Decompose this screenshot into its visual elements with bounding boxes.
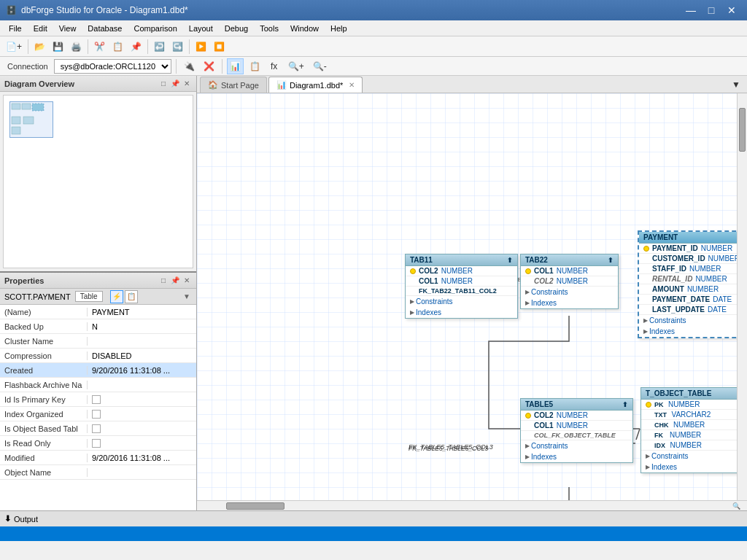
menu-layout[interactable]: Layout [183,23,219,34]
run-button[interactable]: ▶️ [193,39,209,55]
property-value[interactable] [88,395,196,404]
menu-comparison[interactable]: Comparison [128,23,182,34]
property-row[interactable]: Is Read Only [0,436,196,451]
menu-file[interactable]: File [3,23,28,34]
diagram-button[interactable]: 📊 [227,58,244,74]
tab22-header[interactable]: TAB22 ⬆ [521,254,618,266]
prop-icon-2[interactable]: 📋 [125,290,138,303]
table5-constraints[interactable]: ▶ Constraints [521,440,632,451]
maximize-button[interactable]: □ [702,3,721,18]
tab11-constraints[interactable]: ▶ Constraints [406,296,517,307]
table-t-object[interactable]: T_OBJECT_TABLE ⬆ PK NUMBER TXT VARCHAR2 [640,387,737,473]
property-row[interactable]: (Name)PAYMENT [0,305,196,319]
copy-button[interactable]: 📋 [109,39,126,55]
payment-col-date[interactable]: PAYMENT_DATE DATE [639,295,737,305]
open-button[interactable]: 📂 [31,39,48,55]
table5-collapse[interactable]: ⬆ [622,401,628,408]
table5-indexes[interactable]: ▶ Indexes [521,451,632,462]
payment-col-id[interactable]: PAYMENT_ID NUMBER [639,244,737,254]
prop-icon-1[interactable]: ⚡ [110,290,123,303]
property-row[interactable]: Id Is Primary Key [0,392,196,407]
payment-header[interactable]: PAYMENT ⬆ [639,232,737,244]
t-object-constraints[interactable]: ▶ Constraints [641,451,737,462]
menu-view[interactable]: View [53,23,82,34]
paste-button[interactable]: 📌 [128,39,144,55]
property-value[interactable] [88,410,196,419]
property-row[interactable]: Flashback Archive Na [0,378,196,392]
property-checkbox[interactable] [92,410,101,419]
t-object-col-idx[interactable]: IDX NUMBER [641,440,737,451]
payment-col-update[interactable]: LAST_UPDATE DATE [639,305,737,315]
property-row[interactable]: Object Name [0,465,196,480]
overview-close-button[interactable]: ✕ [182,79,192,89]
tab11-collapse[interactable]: ⬆ [507,257,513,264]
tab-close-button[interactable]: ✕ [349,81,355,89]
table5-col-col1[interactable]: COL1 NUMBER [521,421,632,431]
menu-database[interactable]: Database [82,23,128,34]
tab22-col-col1[interactable]: COL1 NUMBER [521,266,618,276]
property-row[interactable]: Cluster Name [0,334,196,349]
table5-col-fk[interactable]: COL_FK_OBJECT_TABLE [521,431,632,440]
menu-window[interactable]: Window [285,23,325,34]
overview-float-button[interactable]: □ [158,79,169,89]
t-object-col-pk[interactable]: PK NUMBER [641,400,737,410]
sql-button[interactable]: fx [266,58,282,74]
save-button[interactable]: 💾 [50,39,66,55]
menu-edit[interactable]: Edit [28,23,53,34]
t-object-col-fk[interactable]: FK NUMBER [641,430,737,440]
tab22-col-col2[interactable]: COL2 NUMBER [521,276,618,287]
tab22-constraints[interactable]: ▶ Constraints [521,287,618,298]
zoom-out-button[interactable]: 🔍- [310,58,330,74]
property-row[interactable]: CompressionDISABLED [0,349,196,363]
properties-close-button[interactable]: ✕ [182,276,192,286]
t-object-col-txt[interactable]: TXT VARCHAR2 [641,410,737,420]
property-checkbox[interactable] [92,424,101,433]
stop-button[interactable]: ⏹️ [211,39,228,55]
t-object-indexes[interactable]: ▶ Indexes [641,462,737,472]
payment-indexes[interactable]: ▶ Indexes [639,326,737,337]
property-row[interactable]: Backed UpN [0,319,196,334]
diagram-hscroll[interactable]: 🔍 [197,500,747,510]
payment-col-rental[interactable]: RENTAL_ID NUMBER [639,274,737,284]
payment-col-amount[interactable]: AMOUNT NUMBER [639,284,737,295]
table-tab11[interactable]: TAB11 ⬆ COL2 NUMBER COL1 NUMBER [405,254,518,319]
t-object-header[interactable]: T_OBJECT_TABLE ⬆ [641,388,737,400]
table-tab22[interactable]: TAB22 ⬆ COL1 NUMBER COL2 NUMBER ▶ [520,254,619,309]
properties-dropdown-button[interactable]: ▼ [182,292,192,302]
overview-pin-button[interactable]: 📌 [170,79,180,89]
connection-select[interactable]: sys@dbOracle:ORCL1120 [54,59,171,74]
vscroll-thumb[interactable] [739,108,746,152]
property-value[interactable] [88,424,196,433]
redo-button[interactable]: ↪️ [169,39,186,55]
payment-col-customer[interactable]: CUSTOMER_ID NUMBER [639,254,737,264]
hscroll-thumb[interactable] [226,502,285,510]
property-value[interactable] [88,439,196,448]
new-sql-button[interactable]: 📄+ [3,39,25,55]
property-checkbox[interactable] [92,439,101,448]
property-row[interactable]: Is Object Based Tabl [0,421,196,436]
tab11-col-fk[interactable]: FK_TAB22_TAB11_COL2 [406,287,517,296]
undo-button[interactable]: ↩️ [151,39,168,55]
minimize-button[interactable]: ― [681,3,700,18]
tab22-indexes[interactable]: ▶ Indexes [521,298,618,308]
diagram-vscroll[interactable] [737,93,747,500]
tab11-header[interactable]: TAB11 ⬆ [406,254,517,266]
tab11-col-col2[interactable]: COL2 NUMBER [406,266,517,276]
table-payment[interactable]: PAYMENT ⬆ PAYMENT_ID NUMBER CUSTOMER_ID … [638,230,737,338]
table-view-button[interactable]: 📋 [247,58,263,74]
t-object-col-chk[interactable]: CHK NUMBER [641,420,737,430]
connect-button[interactable]: 🔌 [181,58,198,74]
property-checkbox[interactable] [92,395,101,404]
tabs-dropdown-button[interactable]: ▼ [728,77,744,93]
property-row[interactable]: Created9/20/2016 11:31:08 ... [0,363,196,378]
table5-col-col2[interactable]: COL2 NUMBER [521,411,632,421]
disconnect-button[interactable]: ❌ [201,58,217,74]
menu-debug[interactable]: Debug [219,23,254,34]
table-table5[interactable]: TABLE5 ⬆ COL2 NUMBER COL1 NUMBER [520,398,633,463]
menu-tools[interactable]: Tools [254,23,285,34]
zoom-in-button[interactable]: 🔍+ [285,58,307,74]
cut-button[interactable]: ✂️ [91,39,108,55]
property-row[interactable]: Modified9/20/2016 11:31:08 ... [0,451,196,465]
tab11-col-col1[interactable]: COL1 NUMBER [406,276,517,287]
tab22-collapse[interactable]: ⬆ [608,257,614,264]
